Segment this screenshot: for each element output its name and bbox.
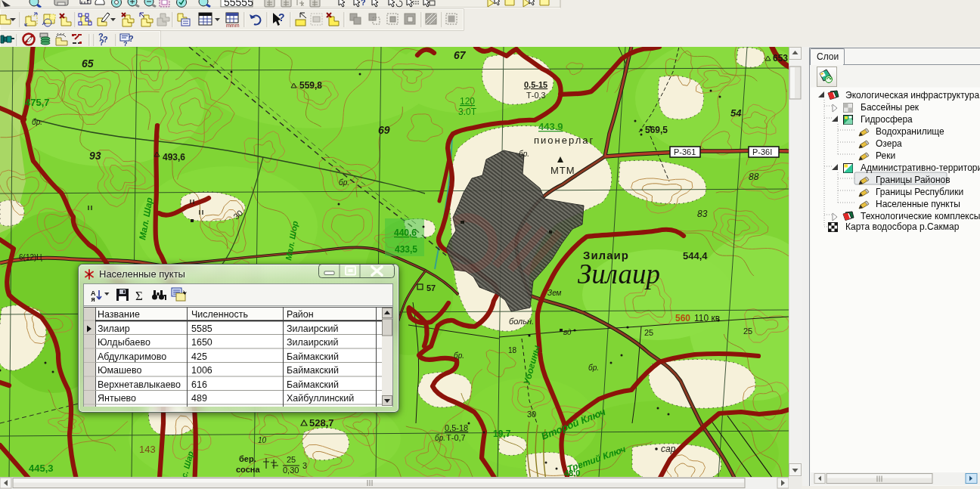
svg-text:3.0Т: 3.0Т bbox=[458, 107, 477, 117]
svg-text:Административно-территориал: Административно-территориал bbox=[861, 162, 980, 173]
svg-text:вд: вд bbox=[563, 328, 572, 336]
svg-text:Зилаирский: Зилаирский bbox=[287, 337, 338, 348]
svg-text:0,5-18: 0,5-18 bbox=[445, 423, 468, 432]
svg-text:528,7: 528,7 bbox=[309, 417, 334, 429]
svg-text:Янтыево: Янтыево bbox=[98, 393, 136, 404]
svg-text:Т-0,3: Т-0,3 bbox=[526, 91, 546, 100]
svg-text:653: 653 bbox=[773, 53, 788, 63]
svg-text:Хайбуллинский: Хайбуллинский bbox=[287, 393, 354, 404]
svg-text:93: 93 bbox=[89, 150, 101, 162]
svg-text:МТМ: МТМ bbox=[550, 165, 575, 176]
svg-text:1650: 1650 bbox=[191, 337, 212, 348]
svg-text:бр.: бр. bbox=[32, 118, 42, 126]
svg-text:3: 3 bbox=[302, 461, 307, 470]
svg-text:425: 425 bbox=[191, 351, 207, 362]
svg-text:120: 120 bbox=[460, 96, 475, 107]
svg-text:Численность: Численность bbox=[191, 309, 248, 320]
svg-text:0,5-15: 0,5-15 bbox=[524, 80, 547, 89]
svg-text:Баймакский: Баймакский bbox=[287, 379, 339, 390]
svg-text:Гидросфера: Гидросфера bbox=[861, 114, 913, 125]
svg-text:Зем: Зем bbox=[547, 289, 562, 297]
svg-text:x: x bbox=[301, 1, 304, 8]
svg-text:Баймакский: Баймакский bbox=[287, 351, 339, 362]
svg-text:Район: Район bbox=[287, 309, 314, 320]
svg-text:я: я bbox=[91, 296, 95, 303]
svg-text:25: 25 bbox=[287, 455, 296, 464]
svg-text:65: 65 bbox=[82, 57, 94, 70]
svg-text:бр.: бр. bbox=[339, 178, 349, 187]
svg-text:445,3: 445,3 bbox=[29, 463, 54, 474]
svg-text:54: 54 bbox=[730, 107, 742, 119]
svg-text:5585: 5585 bbox=[191, 323, 212, 334]
svg-text:18: 18 bbox=[508, 346, 517, 354]
svg-text:616: 616 bbox=[191, 379, 207, 390]
svg-text:бр.: бр. bbox=[588, 364, 599, 372]
svg-text:Границы Районов: Границы Районов bbox=[876, 175, 951, 185]
svg-text:57: 57 bbox=[426, 283, 436, 292]
svg-text:440,6: 440,6 bbox=[394, 227, 417, 238]
svg-text:69: 69 bbox=[378, 124, 390, 136]
svg-text:Абдулкаримово: Абдулкаримово bbox=[98, 351, 166, 362]
svg-text:бр.: бр. bbox=[454, 351, 464, 360]
svg-text:Экологическая инфраструктура: Экологическая инфраструктура bbox=[845, 90, 979, 101]
svg-text:Водохранилище: Водохранилище bbox=[876, 126, 944, 137]
svg-text:6(12)Ц: 6(12)Ц bbox=[19, 253, 42, 262]
svg-text:?: ? bbox=[129, 34, 134, 43]
svg-text:больн.: больн. bbox=[509, 317, 534, 326]
svg-text:Зилаирский: Зилаирский bbox=[287, 323, 338, 334]
svg-text:пионерлаг: пионерлаг bbox=[534, 135, 594, 146]
svg-text:?: ? bbox=[123, 40, 128, 47]
svg-text:Р-361: Р-361 bbox=[674, 147, 696, 156]
svg-text:бр.: бр. bbox=[519, 150, 529, 158]
svg-text:443.9: 443.9 bbox=[538, 121, 563, 132]
svg-text:сар: сар bbox=[661, 444, 676, 454]
svg-text:?: ? bbox=[361, 0, 366, 7]
svg-text:88: 88 bbox=[749, 172, 759, 182]
svg-text:Населенные пункты: Населенные пункты bbox=[876, 199, 960, 209]
svg-text:559,8: 559,8 bbox=[299, 80, 322, 91]
svg-text:Т-0,7: Т-0,7 bbox=[446, 433, 466, 442]
svg-text:Зилаир: Зилаир bbox=[578, 258, 660, 289]
svg-text:Юлдыбаево: Юлдыбаево bbox=[98, 337, 150, 348]
svg-text:67: 67 bbox=[454, 49, 467, 61]
svg-text:Σ: Σ bbox=[135, 289, 143, 303]
svg-text:433,5: 433,5 bbox=[395, 244, 417, 255]
svg-text:mmm: mmm bbox=[226, 23, 240, 28]
svg-text:10: 10 bbox=[258, 436, 267, 444]
svg-text:19,7: 19,7 bbox=[493, 429, 511, 439]
svg-text:560: 560 bbox=[675, 313, 690, 323]
svg-text:Реки: Реки bbox=[876, 150, 895, 161]
svg-text:Озера: Озера bbox=[876, 138, 902, 149]
svg-text:143: 143 bbox=[139, 444, 156, 455]
svg-text:Верхнетавлыкаево: Верхнетавлыкаево bbox=[98, 379, 181, 390]
svg-text:30: 30 bbox=[527, 410, 536, 419]
svg-text:Зилаир: Зилаир bbox=[98, 323, 130, 334]
svg-text:83: 83 bbox=[697, 209, 708, 219]
svg-text:110 кв: 110 кв bbox=[694, 313, 720, 323]
svg-text:бер.: бер. bbox=[239, 454, 256, 463]
svg-text:?: ? bbox=[99, 38, 104, 47]
svg-text:Границы Республики: Границы Республики bbox=[876, 187, 963, 197]
svg-text:Карта водосбора р.Сакмар: Карта водосбора р.Сакмар bbox=[845, 221, 960, 232]
svg-text:Юмашево: Юмашево bbox=[98, 365, 142, 376]
svg-text:1006: 1006 bbox=[191, 365, 212, 376]
svg-text:Бассейны рек: Бассейны рек bbox=[861, 102, 920, 113]
svg-text:Технологические комплексы: Технологические комплексы bbox=[861, 211, 980, 221]
svg-text:бр.: бр. bbox=[435, 434, 445, 442]
svg-text:?: ? bbox=[278, 11, 285, 23]
svg-text:0,30: 0,30 bbox=[283, 466, 299, 475]
svg-text:475,7: 475,7 bbox=[25, 97, 50, 108]
svg-text:Баймакский: Баймакский bbox=[287, 365, 339, 376]
svg-text:сосна: сосна bbox=[236, 465, 260, 474]
svg-text:25: 25 bbox=[644, 328, 653, 337]
svg-text:569,5: 569,5 bbox=[645, 125, 668, 135]
svg-text:25: 25 bbox=[743, 327, 752, 336]
svg-text:Название: Название bbox=[98, 309, 140, 320]
svg-text:55555: 55555 bbox=[224, 0, 253, 8]
svg-text:493,6: 493,6 bbox=[163, 152, 185, 162]
svg-text:489: 489 bbox=[191, 393, 207, 404]
svg-text:544,4: 544,4 bbox=[683, 250, 708, 262]
svg-text:Р-36I: Р-36I bbox=[752, 147, 772, 156]
